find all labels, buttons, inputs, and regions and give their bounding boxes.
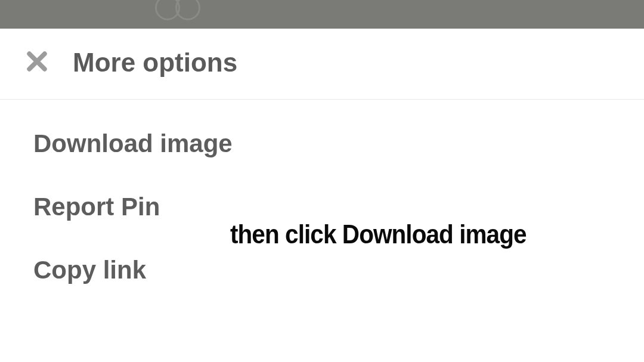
close-button[interactable] — [24, 48, 50, 75]
options-sheet: More options Download image Report Pin C… — [0, 29, 644, 362]
menu-item-download-image[interactable]: Download image — [33, 129, 611, 158]
options-menu: Download image Report Pin Copy link — [0, 100, 644, 331]
close-icon — [24, 48, 50, 75]
menu-item-report-pin[interactable]: Report Pin — [33, 193, 611, 221]
backdrop-circle — [175, 0, 200, 20]
sheet-title: More options — [73, 48, 237, 78]
sheet-header: More options — [0, 29, 644, 100]
backdrop-overlay — [0, 0, 644, 29]
menu-item-copy-link[interactable]: Copy link — [33, 256, 611, 284]
instruction-annotation: then click Download image — [230, 219, 527, 249]
backdrop-circles — [155, 0, 200, 20]
